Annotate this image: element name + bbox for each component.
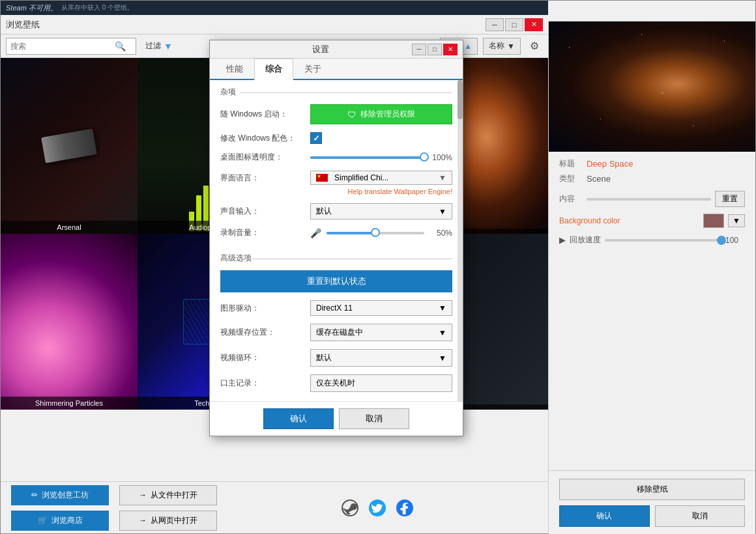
- reset-defaults-btn[interactable]: 重置到默认状态: [220, 270, 452, 292]
- win-color-row: 修改 Windows 配色： ✓: [220, 132, 452, 144]
- startup-log-label: 口主记录：: [220, 378, 305, 389]
- misc-section: 杂项 随 Windows 启动： 🛡 移除管理员权限 修改 Windows 配色…: [210, 80, 463, 253]
- transparency-slider-fill: [310, 156, 424, 159]
- startup-log-value: 仅在关机时: [316, 378, 355, 387]
- video-loop-row: 视频循环： 默认 ▼: [220, 349, 452, 367]
- transparency-label: 桌面图标透明度：: [220, 152, 305, 163]
- app-window: Steam 不可用。 从库存中获入 0 个壁纸。 浏览壁纸 ─ □ ✕ 🔍 过滤…: [0, 0, 756, 534]
- win-color-label: 修改 Windows 配色：: [220, 133, 305, 144]
- dialog-tabs: 性能 综合 关于: [210, 59, 463, 80]
- dialog-confirm-btn[interactable]: 确认: [263, 408, 334, 429]
- transparency-slider-track[interactable]: [310, 156, 424, 159]
- recording-value: 50%: [429, 229, 452, 238]
- startup-log-dropdown[interactable]: 仅在关机时: [310, 374, 452, 392]
- cache-arrow-icon: ▼: [439, 328, 446, 337]
- language-dropdown[interactable]: Simplified Chi... ▼: [310, 171, 452, 185]
- dialog-overlay: 设置 ─ □ ✕ 性能 综合 关于 杂项: [1, 1, 756, 534]
- advanced-header: 高级选项: [220, 253, 452, 264]
- cache-row: 视频缓存位置： 缓存在磁盘中 ▼: [220, 324, 452, 341]
- language-section: 界面语言： Simplified Chi... ▼ Help translate…: [220, 171, 452, 195]
- transparency-slider-container: 100%: [310, 153, 452, 162]
- dialog-title: 设置: [229, 44, 412, 55]
- recording-slider-thumb: [371, 228, 380, 237]
- dialog-close-btn[interactable]: ✕: [443, 44, 458, 55]
- graphics-arrow-icon: ▼: [439, 303, 446, 313]
- tab-performance[interactable]: 性能: [215, 59, 254, 80]
- lang-text: Simplified Chi...: [334, 173, 435, 182]
- video-loop-label: 视频循环：: [220, 352, 305, 363]
- dialog-minimize-btn[interactable]: ─: [412, 44, 426, 55]
- audio-arrow-icon: ▼: [439, 207, 446, 216]
- lang-arrow-icon: ▼: [439, 173, 446, 182]
- dialog-maximize-btn[interactable]: □: [428, 44, 442, 55]
- graphics-dropdown[interactable]: DirectX 11 ▼: [310, 300, 452, 316]
- dialog-win-controls: ─ □ ✕: [412, 44, 458, 55]
- dialog-scroll-thumb: [458, 80, 463, 119]
- cache-dropdown[interactable]: 缓存在磁盘中 ▼: [310, 324, 452, 341]
- dialog-body: 杂项 随 Windows 启动： 🛡 移除管理员权限 修改 Windows 配色…: [210, 80, 463, 401]
- dialog-footer: 确认 取消: [210, 401, 463, 436]
- graphics-value: DirectX 11: [316, 303, 353, 313]
- startup-btn-label: 移除管理员权限: [360, 109, 415, 120]
- graphics-label: 图形驱动：: [220, 303, 305, 314]
- video-loop-dropdown[interactable]: 默认 ▼: [310, 349, 452, 367]
- video-loop-value: 默认: [316, 352, 332, 363]
- startup-icon: 🛡: [347, 109, 356, 120]
- recording-slider-container: 🎤 50%: [310, 228, 452, 238]
- recording-label: 录制音量：: [220, 227, 305, 238]
- help-translate-container: Help translate Wallpaper Engine!: [220, 186, 452, 195]
- audio-label: 声音输入：: [220, 206, 305, 217]
- startup-row: 随 Windows 启动： 🛡 移除管理员权限: [220, 104, 452, 124]
- transparency-row: 桌面图标透明度： 100%: [220, 152, 452, 163]
- video-loop-arrow-icon: ▼: [439, 354, 446, 363]
- recording-row: 录制音量： 🎤 50%: [220, 227, 452, 238]
- settings-dialog: 设置 ─ □ ✕ 性能 综合 关于 杂项: [209, 40, 463, 436]
- audio-dropdown[interactable]: 默认 ▼: [310, 203, 452, 219]
- dialog-title-bar: 设置 ─ □ ✕: [210, 40, 463, 59]
- startup-btn[interactable]: 🛡 移除管理员权限: [310, 104, 452, 124]
- recording-slider-fill: [327, 232, 375, 234]
- tab-about[interactable]: 关于: [293, 59, 332, 80]
- mic-icon: 🎤: [310, 228, 321, 238]
- transparency-value: 100%: [429, 153, 452, 162]
- cache-value: 缓存在磁盘中: [316, 327, 363, 338]
- misc-header: 杂项: [220, 87, 452, 98]
- language-label: 界面语言：: [220, 173, 305, 184]
- cache-label: 视频缓存位置：: [220, 327, 305, 338]
- help-translate-link[interactable]: Help translate Wallpaper Engine!: [348, 188, 452, 195]
- transparency-slider-thumb: [420, 152, 429, 162]
- language-row: 界面语言： Simplified Chi... ▼: [220, 171, 452, 185]
- advanced-section: 高级选项 重置到默认状态 图形驱动： DirectX 11 ▼ 视频缓存位置：: [210, 253, 463, 401]
- startup-log-row: 口主记录： 仅在关机时: [220, 374, 452, 392]
- checkbox-checkmark: ✓: [313, 134, 320, 143]
- audio-row: 声音输入： 默认 ▼: [220, 203, 452, 219]
- tab-general[interactable]: 综合: [254, 59, 293, 80]
- lang-flag-icon: [316, 174, 328, 182]
- win-color-checkbox[interactable]: ✓: [310, 132, 322, 144]
- dialog-cancel-btn[interactable]: 取消: [339, 408, 409, 429]
- dialog-scrollbar[interactable]: [458, 80, 463, 401]
- recording-slider-track[interactable]: [327, 232, 424, 234]
- startup-label: 随 Windows 启动：: [220, 109, 305, 120]
- audio-value: 默认: [316, 206, 332, 217]
- graphics-row: 图形驱动： DirectX 11 ▼: [220, 300, 452, 316]
